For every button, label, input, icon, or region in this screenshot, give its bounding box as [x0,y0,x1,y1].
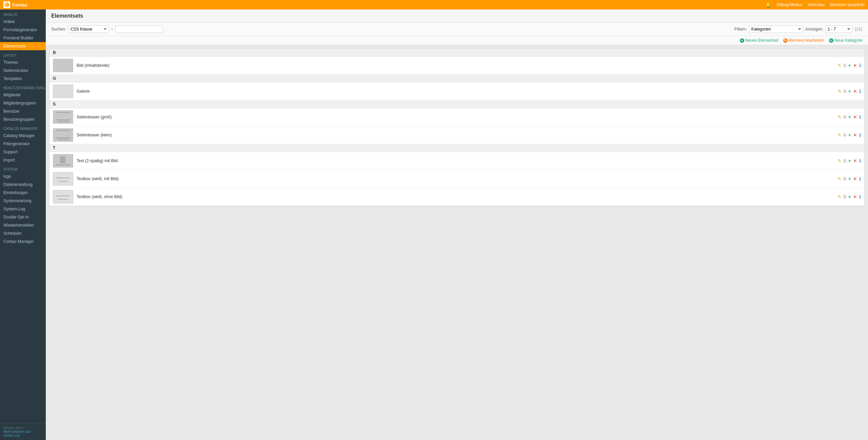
sidebar-item-artikel[interactable]: Artikel [0,18,46,26]
edit-icon[interactable]: ✎ [837,132,842,138]
page-header: Elementsets [46,9,868,23]
sidebar-item-systemwartung[interactable]: Systemwartung [0,197,46,205]
new-elementset-icon: + [740,38,744,43]
search-field-select[interactable]: CSS Klasse [68,25,109,33]
item-thumbnail [53,172,73,186]
delete-icon[interactable]: ✕ [853,114,857,120]
category-header-t: T [50,144,864,152]
add-icon[interactable]: + [848,132,851,138]
sidebar-item-frontend-builder[interactable]: Frontend Builder [0,34,46,42]
list-item: Textbox (weiß, mit Bild) ✎ ⎘ + ✕ ℹ [50,170,864,188]
sidebar-item-templates[interactable]: Templates [0,75,46,83]
sidebar-item-mitglieder[interactable]: Mitglieder [0,91,46,99]
sidebar-item-support[interactable]: Support [0,148,46,156]
copy-icon[interactable]: ⎘ [844,176,846,181]
add-icon[interactable]: + [848,194,851,199]
new-elementset-button[interactable]: + Neues Elementset [740,38,778,43]
sidebar-item-import[interactable]: Import [0,156,46,164]
copy-icon[interactable]: ⎘ [844,89,846,94]
sidebar-item-formulargenerator[interactable]: Formulargenerator [0,26,46,34]
sidebar-item-scheduler[interactable]: Scheduler [0,229,46,237]
search-input[interactable] [115,25,163,33]
sidebar-item-catalog-manager[interactable]: Catalog Manager [0,132,46,140]
copy-icon[interactable]: ⎘ [844,194,846,199]
sidebar-item-seitenstruktur[interactable]: Seitenstruktur [0,66,46,75]
delete-icon[interactable]: ✕ [853,89,857,94]
info-icon[interactable]: ℹ [859,176,861,181]
copy-icon[interactable]: ⎘ [844,63,846,68]
list-item: Seitenteaser (groß) ✎ ⎘ + ✕ ℹ [50,108,864,126]
list-item: Bild (Inhaltsbreite) ✎ ⎘ + ✕ ℹ [50,57,864,75]
sidebar-item-wiederherstellen[interactable]: Wiederherstellen [0,221,46,229]
add-icon[interactable]: + [848,63,851,68]
item-name: Textbox (weiß, mit Bild) [77,176,837,181]
sidebar-item-contao-manager[interactable]: Contao Manager [0,237,46,246]
sidebar-item-logo[interactable]: logo [0,172,46,180]
list-item: Text (2-spaltig) mit Bild ✎ ⎘ + ✕ ℹ [50,152,864,170]
notification-bell-icon[interactable]: 🔔 [766,2,771,7]
sidebar-item-mitgliedergruppen[interactable]: Mitgliedergruppen [0,99,46,107]
edit-multiple-button[interactable]: ✎ Mehrere bearbeiten [783,38,824,43]
sidebar-item-benutzer[interactable]: Benutzer [0,107,46,115]
user-menu-button[interactable]: Benutzer sysadmin [830,2,865,7]
preview-button[interactable]: Vorschau [808,2,825,7]
edit-icon[interactable]: ✎ [837,176,842,181]
sidebar-item-filtergenerator[interactable]: Filtergenerator [0,140,46,148]
search-area: Suchen: CSS Klasse = [51,25,163,33]
filter-select[interactable]: Kategorien [749,25,803,33]
info-icon[interactable]: ℹ [859,114,861,120]
display-label: Anzeigen: [805,27,823,32]
copy-icon[interactable]: ⎘ [844,114,846,120]
add-icon[interactable]: + [848,176,851,181]
topbar: Contao 🔔 Debug-Modus Vorschau Benutzer s… [0,0,868,9]
item-thumbnail [53,110,73,124]
category-header-s: S [50,100,864,108]
edit-icon[interactable]: ✎ [837,158,842,164]
sidebar-item-einstellungen[interactable]: Einstellungen [0,189,46,197]
sidebar-item-benutzergruppen[interactable]: Benutzergruppen [0,115,46,123]
delete-icon[interactable]: ✕ [853,158,857,164]
edit-icon[interactable]: ✎ [837,114,842,120]
delete-icon[interactable]: ✕ [853,176,857,181]
info-icon[interactable]: ℹ [859,132,861,138]
item-thumbnail [53,190,73,204]
contao-logo [3,1,10,8]
sidebar-item-dateiverwaltung[interactable]: Dateiverwaltung [0,180,46,189]
edit-icon[interactable]: ✎ [837,89,842,94]
sidebar-item-system-log[interactable]: System-Log [0,205,46,213]
info-icon[interactable]: ℹ [859,194,861,199]
delete-icon[interactable]: ✕ [853,132,857,138]
toolbar: Suchen: CSS Klasse = Filtern: Kategorien… [46,23,868,36]
edit-icon[interactable]: ✎ [837,194,842,199]
row-actions: ✎ ⎘ + ✕ ℹ [837,158,861,164]
search-separator: = [111,27,113,32]
info-icon[interactable]: ℹ [859,89,861,94]
info-icon[interactable]: ℹ [859,63,861,68]
info-icon[interactable]: ℹ [859,158,861,164]
delete-icon[interactable]: ✕ [853,194,857,199]
item-thumbnail [53,59,73,72]
sidebar-item-elementsets[interactable]: Elementsets [0,42,46,50]
item-list: BBild (Inhaltsbreite) ✎ ⎘ + ✕ ℹ GGalerie… [49,49,865,206]
debug-mode-button[interactable]: Debug-Modus [777,2,802,7]
add-icon[interactable]: + [848,89,851,94]
add-icon[interactable]: + [848,114,851,120]
row-actions: ✎ ⎘ + ✕ ℹ [837,194,861,199]
sidebar-item-themes[interactable]: Themes [0,58,46,66]
category-header-g: G [50,75,864,82]
filter-label: Filtern: [734,27,747,32]
add-icon[interactable]: + [848,158,851,164]
delete-icon[interactable]: ✕ [853,63,857,68]
new-category-button[interactable]: + Neue Kategorie [829,38,863,43]
copy-icon[interactable]: ⎘ [844,132,846,138]
copy-icon[interactable]: ⎘ [844,158,846,164]
search-label: Suchen: [51,27,66,32]
item-name: Textbox (weiß, ohne Bild) [77,194,837,199]
sidebar-item-double-opt-in[interactable]: Double Opt-In [0,213,46,221]
item-name: Galerie [77,89,837,94]
edit-icon[interactable]: ✎ [837,63,842,68]
sidebar-section-inhalte: INHALTE [0,9,46,18]
display-select[interactable]: 1 - 7 [825,25,852,33]
version-label: Version 4.8.4 [3,426,42,430]
contao-link[interactable]: Mehr erfahren auf contao.org [3,430,42,437]
